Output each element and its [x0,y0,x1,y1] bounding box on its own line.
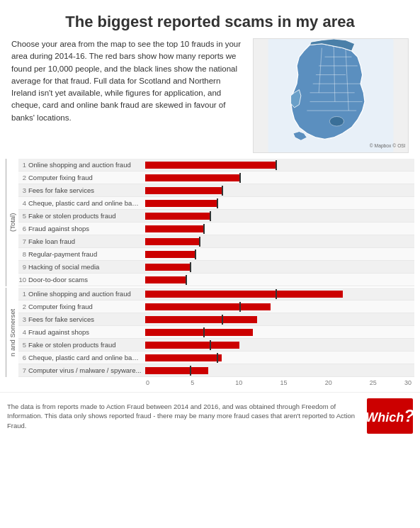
table-row: 3 Fees for fake services [18,313,414,326]
x-tick-10: 10 [235,379,242,386]
table-row: 2 Computer fixing fraud [18,300,414,313]
page-wrapper: The biggest reported scams in my area Ch… [0,0,420,446]
group-label-somerset: n and Somerset [6,288,18,377]
table-row: 3 Fees for fake services [18,184,414,197]
which-logo[interactable]: Which? [367,398,413,434]
table-row: 1 Online shopping and auction fraud [18,159,414,172]
table-row: 8 Regular-payment fraud [18,248,414,261]
svg-point-1 [329,116,344,125]
description-text: Choose your area from the map to see the… [11,38,246,153]
page-title: The biggest reported scams in my area [0,7,420,38]
table-row: 10 Door-to-door scams [18,274,414,286]
x-axis: 0 5 10 15 20 25 30 [146,379,414,389]
group-label-total: (Total) [6,159,18,286]
map-container[interactable]: © Mapbox © OSM [253,38,409,153]
map-svg: © Mapbox © OSM [256,39,405,152]
table-row: 1 Online shopping and auction fraud [18,288,414,300]
map-attribution: © Mapbox © OSM [370,143,405,149]
table-row: 4 Cheque, plastic card and online bank f… [18,197,414,210]
chart-group-total: (Total) 1 Online shopping and auction fr… [6,159,414,286]
chart-section: (Total) 1 Online shopping and auction fr… [0,159,420,389]
table-row: 5 Fake or stolen products fraud [18,210,414,223]
table-row: 5 Fake or stolen products fraud [18,339,414,352]
x-tick-20: 20 [325,379,332,386]
table-row: 9 Hacking of social media [18,261,414,274]
which-logo-text: Which? [365,406,414,426]
table-row: 7 Fake loan fraud [18,235,414,248]
x-tick-15: 15 [280,379,288,386]
x-tick-25: 25 [370,379,377,386]
top-section: Choose your area from the map to see the… [0,38,420,159]
footer-text: The data is from reports made to Action … [7,402,360,430]
x-tick-5: 5 [191,379,194,386]
footer: The data is from reports made to Action … [0,392,420,439]
table-row: 2 Computer fixing fraud [18,172,414,184]
chart-group-somerset: n and Somerset 1 Online shopping and auc… [6,288,414,377]
x-tick-30: 30 [404,379,412,386]
group-somerset-rows: 1 Online shopping and auction fraud 2 Co… [18,288,414,377]
table-row: 4 Fraud against shops [18,326,414,339]
table-row: 6 Fraud against shops [18,223,414,235]
group-total-rows: 1 Online shopping and auction fraud 2 Co… [18,159,414,286]
description-content: Choose your area from the map to see the… [11,40,241,122]
table-row: 7 Computer virus / malware / spyware... [18,364,414,377]
x-tick-0: 0 [146,379,149,386]
table-row: 6 Cheque, plastic card and online bank f… [18,352,414,364]
